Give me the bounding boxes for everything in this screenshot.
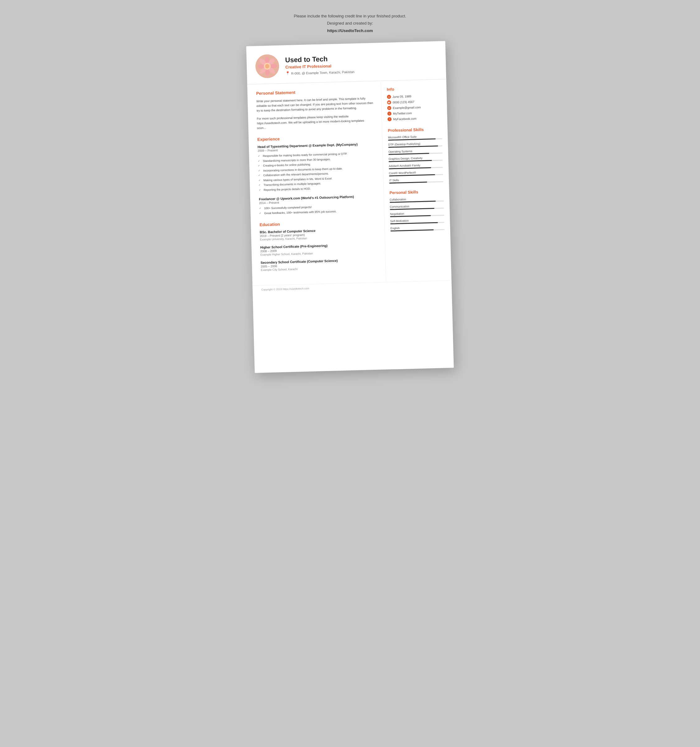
birthday-icon: ● (387, 95, 391, 99)
resume-header: Used to Tech Creative IT Professional 📍 … (246, 41, 446, 85)
credit-line1: Please include the following credit line… (294, 12, 406, 20)
credit-block: Please include the following credit line… (294, 12, 406, 34)
personal-statement-text1: Write your personal statement here. It c… (256, 96, 373, 113)
personal-skills-title: Personal Skills (389, 189, 444, 195)
skill-negotiation: Negotiation (390, 211, 444, 217)
info-email: ✉ Example@gmail.com (387, 104, 442, 110)
info-title: Info (387, 86, 441, 92)
resume-body: Personal Statement Write your personal s… (247, 79, 452, 286)
footer-text: Copyright © 2019 https://usedtotech.com (261, 287, 309, 291)
skill-adobe: Adobe® Acrobat® Family (389, 163, 443, 169)
skill-bar-fill (389, 160, 432, 162)
skill-communication: Communication (390, 204, 444, 210)
skill-os: Operating Systems (388, 149, 442, 155)
avatar-image (255, 54, 279, 79)
exp-bullets-2: 100+ Successfully completed projects! Gr… (259, 204, 376, 216)
skill-dtp: DTP (Desktop Publishing) (388, 142, 442, 148)
facebook-icon: f (387, 117, 391, 121)
personal-skills-section: Personal Skills Collaboration Communicat… (389, 189, 445, 231)
phone-icon: ☎ (387, 101, 391, 104)
exp-item-1: Head of Typesetting Department @ Example… (258, 142, 376, 192)
info-twitter: t MyTwitter.com (387, 110, 442, 116)
skill-bar-fill (389, 167, 431, 169)
info-birthday: ● June 05, 1989 (387, 93, 441, 99)
professional-skills-title: Professional Skills (388, 127, 442, 133)
resume-card: Used to Tech Creative IT Professional 📍 … (246, 41, 454, 373)
skill-ms-office: Microsoft® Office Suite (388, 135, 442, 141)
professional-skills-section: Professional Skills Microsoft® Office Su… (388, 127, 444, 183)
education-title: Education (259, 219, 376, 227)
skill-self-motivation: Self-Motivation (390, 218, 444, 224)
skill-bar-fill (389, 182, 427, 184)
skill-it: IT Skills (389, 177, 444, 184)
info-phone: ☎ 0000 (123) 4567 (387, 99, 441, 104)
main-column: Personal Statement Write your personal s… (247, 81, 386, 286)
exp-bullets-1: Responsible for making books ready for c… (258, 151, 375, 192)
skill-bar-fill (390, 215, 431, 217)
skill-corel: Corel® WordPerfect® (389, 170, 443, 177)
experience-title: Experience (257, 134, 374, 142)
info-facebook: f MyFacebook.com (387, 116, 442, 121)
credit-line2: Designed and created by: (294, 20, 406, 27)
edu-item-3: Secondary School Certificate (Computer S… (260, 258, 377, 272)
side-column: Info ● June 05, 1989 ☎ 0000 (123) 4567 ✉… (381, 79, 451, 282)
credit-link[interactable]: https://UsedtoTech.com (327, 28, 373, 33)
edu-item-1: BSc. Bachelor of Computer Science 2019 –… (260, 227, 377, 241)
skill-graphics: Graphics Design, Creativity (389, 156, 443, 162)
info-birthday-text: June 05, 1989 (392, 95, 412, 99)
info-email-text: Example@gmail.com (393, 106, 421, 110)
skill-english: English (391, 225, 445, 231)
edu-item-2: Higher School Certificate (Pre-Engineeri… (260, 242, 377, 257)
personal-statement-section: Personal Statement Write your personal s… (256, 88, 374, 130)
email-icon: ✉ (387, 106, 391, 110)
skill-bar-fill (389, 153, 429, 155)
info-twitter-text: MyTwitter.com (393, 112, 412, 115)
header-info: Used to Tech Creative IT Professional 📍 … (285, 52, 436, 76)
twitter-icon: t (387, 112, 391, 116)
exp-item-2: Freelancer @ Upwork.com (World's #1 Outs… (259, 194, 376, 216)
personal-statement-title: Personal Statement (256, 88, 373, 96)
education-section: Education BSc. Bachelor of Computer Scie… (259, 219, 377, 272)
avatar (255, 54, 279, 79)
skill-collaboration: Collaboration (389, 197, 444, 203)
skill-bar-fill (391, 229, 434, 231)
personal-statement-text2: For more such professional templates ple… (256, 113, 374, 130)
location-icon: 📍 (286, 71, 290, 75)
info-facebook-text: MyFacebook.com (393, 117, 416, 121)
experience-section: Experience Head of Typesetting Departmen… (257, 134, 376, 216)
info-phone-text: 0000 (123) 4567 (392, 100, 414, 104)
info-section: Info ● June 05, 1989 ☎ 0000 (123) 4567 ✉… (387, 86, 442, 121)
